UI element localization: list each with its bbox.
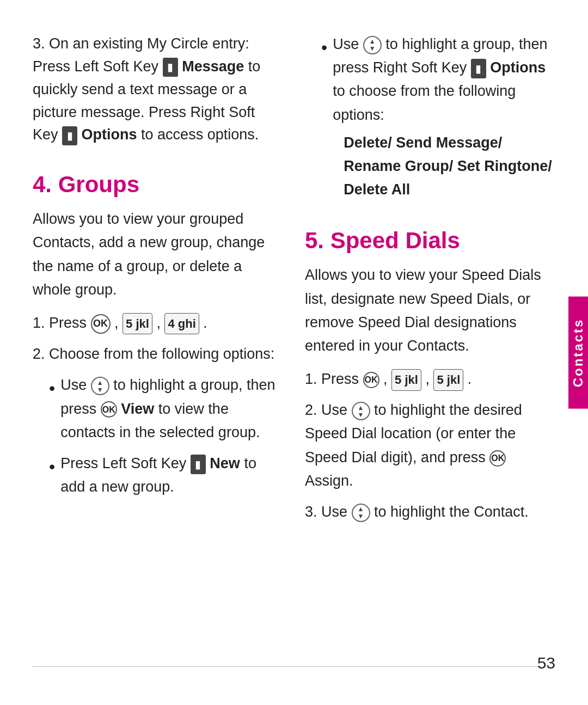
key-5jkl-s5-2: 5 jkl	[433, 369, 463, 390]
ok-icon-s4-b1: OK	[101, 401, 117, 418]
nav-icon-s4-b1: ▲ ▼	[91, 377, 109, 395]
section5-step2: 2. Use ▲ ▼ to highlight the desired Spee…	[305, 399, 555, 493]
section5-heading: 5. Speed Dials	[305, 228, 555, 254]
right-soft-key-icon-right: ▮	[471, 59, 486, 78]
key-4ghi-s4: 4 ghi	[164, 313, 199, 334]
section4-heading: 4. Groups	[33, 171, 283, 198]
right-bullet1-text: Use ▲ ▼ to highlight a group, then press…	[333, 33, 555, 201]
section4-step2: 2. Choose from the following options:	[33, 342, 283, 366]
nav-icon-right-b1: ▲ ▼	[363, 36, 382, 54]
key-5jkl-s4: 5 jkl	[122, 313, 152, 334]
left-column: 3. On an existing My Circle entry: Press…	[33, 33, 283, 643]
section5-step1: 1. Press OK , 5 jkl , 5 jkl .	[305, 367, 555, 391]
right-soft-key-icon: ▮	[62, 126, 77, 145]
section4-bullet2: • Press Left Soft Key ▮ New to add a new…	[49, 452, 283, 499]
section4-bullet-list: • Use ▲ ▼ to highlight a group, then pre…	[49, 373, 283, 506]
section3-existing-text: 3. On an existing My Circle entry: Press…	[33, 33, 283, 146]
nav-icon-s5-3: ▲ ▼	[352, 504, 370, 522]
nav-icon-s5-2: ▲ ▼	[352, 402, 370, 420]
section5-body: Allows you to view your Speed Dials list…	[305, 263, 555, 358]
section4-bullet1-text: Use ▲ ▼ to highlight a group, then press…	[60, 373, 283, 444]
right-bullet-dot: •	[321, 34, 327, 62]
left-soft-key-icon-2: ▮	[191, 455, 206, 474]
ok-icon-s4-1: OK	[91, 314, 111, 334]
section5-step3: 3. Use ▲ ▼ to highlight the Contact.	[305, 500, 555, 524]
left-soft-key-icon: ▮	[163, 58, 178, 77]
bullet-dot-2: •	[49, 453, 55, 481]
bullet-dot-1: •	[49, 375, 55, 402]
section4-bullet2-text: Press Left Soft Key ▮ New to add a new g…	[60, 452, 283, 499]
right-column: • Use ▲ ▼ to highlight a group, then pre…	[305, 33, 555, 643]
page-container: 3. On an existing My Circle entry: Press…	[0, 0, 588, 705]
side-tab-label: Contacts	[571, 318, 586, 387]
section4-body: Allows you to view your grouped Contacts…	[33, 207, 283, 302]
right-bullet1: • Use ▲ ▼ to highlight a group, then pre…	[321, 33, 555, 201]
page-number: 53	[537, 654, 555, 672]
ok-icon-s5-1: OK	[363, 372, 379, 388]
side-tab-contacts: Contacts	[568, 296, 588, 409]
content-columns: 3. On an existing My Circle entry: Press…	[33, 33, 555, 643]
section4-step1: 1. Press OK , 5 jkl , 4 ghi .	[33, 311, 283, 335]
right-section3-bullet: • Use ▲ ▼ to highlight a group, then pre…	[321, 33, 555, 209]
ok-icon-s5-2: OK	[489, 450, 506, 467]
section4-bullet1: • Use ▲ ▼ to highlight a group, then pre…	[49, 373, 283, 444]
page-footer: 53	[33, 643, 555, 672]
delete-options: Delete/ Send Message/ Rename Group/ Set …	[344, 131, 555, 202]
key-5jkl-s5-1: 5 jkl	[391, 369, 421, 390]
